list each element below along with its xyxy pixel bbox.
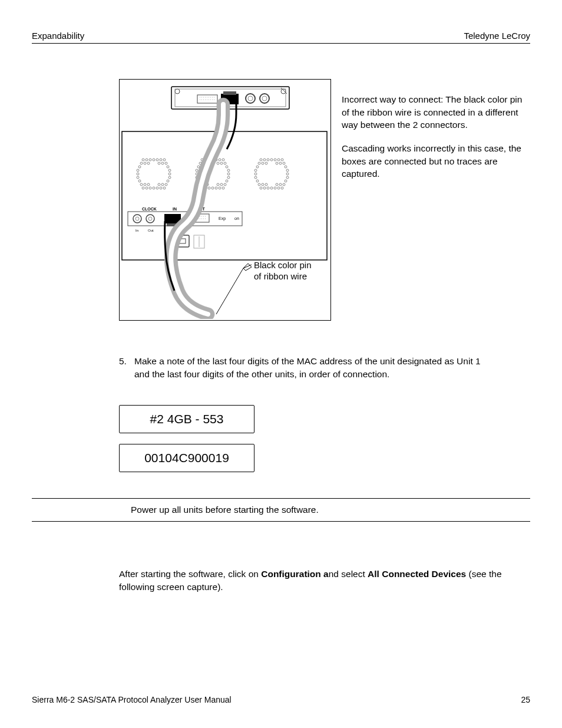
svg-point-97 [285,166,287,168]
svg-point-77 [219,187,221,189]
svg-point-129 [133,215,141,223]
svg-point-22 [140,162,143,164]
svg-point-31 [168,173,171,175]
svg-point-19 [156,159,158,161]
svg-point-107 [283,183,285,186]
svg-point-38 [161,183,164,186]
svg-point-122 [279,183,282,186]
svg-point-98 [254,169,257,172]
svg-point-43 [153,187,155,189]
svg-point-75 [211,187,214,189]
svg-rect-8 [223,91,236,95]
note-block: Power up all units before starting the s… [32,498,530,522]
label-box-2: 00104C900019 [119,444,254,472]
svg-point-100 [254,173,257,175]
svg-point-25 [165,162,167,164]
page-header: Expandability Teledyne LeCroy [32,31,530,44]
svg-point-34 [138,180,141,182]
svg-point-86 [220,183,223,186]
svg-point-109 [263,187,266,189]
page-footer: Sierra M6-2 SAS/SATA Protocol Analyzer U… [32,695,530,704]
svg-point-40 [142,187,144,189]
svg-point-41 [146,187,148,189]
svg-point-89 [267,159,269,161]
svg-point-11 [260,94,269,103]
svg-point-112 [274,187,276,189]
svg-point-61 [226,166,228,168]
svg-point-30 [137,173,139,175]
svg-point-88 [263,159,266,161]
svg-point-117 [276,162,278,164]
step-5: 5. Make a note of the last four digits o… [119,355,530,381]
svg-text:IN: IN [173,207,177,211]
header-right: Teledyne LeCroy [464,31,530,41]
svg-point-93 [281,159,283,161]
svg-point-9 [246,94,255,103]
after-paragraph: After starting the software, click on Co… [119,568,520,594]
svg-point-102 [254,176,257,179]
svg-point-131 [146,215,154,223]
svg-point-24 [161,162,164,164]
svg-point-104 [256,180,259,182]
svg-point-39 [165,183,167,186]
svg-point-33 [168,176,171,179]
label-box-1: #2 4GB - 553 [119,405,254,433]
mac-labels: #2 4GB - 553 00104C900019 [119,405,530,472]
svg-point-48 [158,162,160,164]
svg-point-85 [217,183,219,186]
footer-left: Sierra M6-2 SAS/SATA Protocol Analyzer U… [32,695,232,704]
svg-point-96 [256,166,259,168]
caption-para-2: Cascading works incorrectly in this case… [342,142,530,180]
svg-point-36 [140,183,143,186]
connection-diagram: CLOCK IN OUT Exp on In Out [119,79,331,321]
svg-point-111 [270,187,273,189]
diagram-callout: Black color pin of ribbon wire [254,260,312,282]
svg-point-130 [135,217,139,220]
svg-point-101 [286,173,289,175]
svg-point-28 [137,169,139,172]
svg-point-99 [286,169,289,172]
svg-point-23 [144,162,146,164]
svg-point-44 [156,187,158,189]
header-left: Expandability [32,31,84,41]
step-number: 5. [119,355,134,381]
svg-marker-145 [243,263,252,271]
svg-point-56 [219,159,221,161]
svg-point-16 [146,159,148,161]
svg-point-49 [147,183,150,186]
svg-point-2 [281,89,286,94]
svg-point-47 [147,162,150,164]
svg-point-106 [258,183,260,186]
svg-point-87 [260,159,262,161]
svg-point-118 [279,162,282,164]
svg-point-103 [286,176,289,179]
svg-point-92 [277,159,280,161]
svg-point-114 [281,187,283,189]
svg-point-10 [248,96,253,101]
svg-point-27 [167,166,169,168]
svg-point-1 [175,89,180,94]
svg-point-57 [222,159,224,161]
svg-text:Out: Out [148,229,154,232]
svg-point-82 [220,162,223,164]
svg-point-15 [142,159,144,161]
svg-point-12 [262,96,267,101]
svg-rect-14 [122,131,327,260]
svg-point-95 [283,162,285,164]
svg-point-132 [148,217,152,220]
svg-point-91 [274,159,276,161]
svg-point-50 [158,183,160,186]
svg-point-37 [144,183,146,186]
svg-point-115 [262,162,264,164]
svg-point-18 [153,159,155,161]
svg-point-67 [227,176,230,179]
svg-point-121 [276,183,278,186]
svg-point-110 [267,187,269,189]
svg-point-26 [138,166,141,168]
svg-point-113 [277,187,280,189]
svg-point-29 [168,169,171,172]
svg-point-32 [137,176,139,179]
svg-point-90 [270,159,273,161]
svg-text:on: on [234,216,239,220]
svg-point-69 [226,180,228,182]
